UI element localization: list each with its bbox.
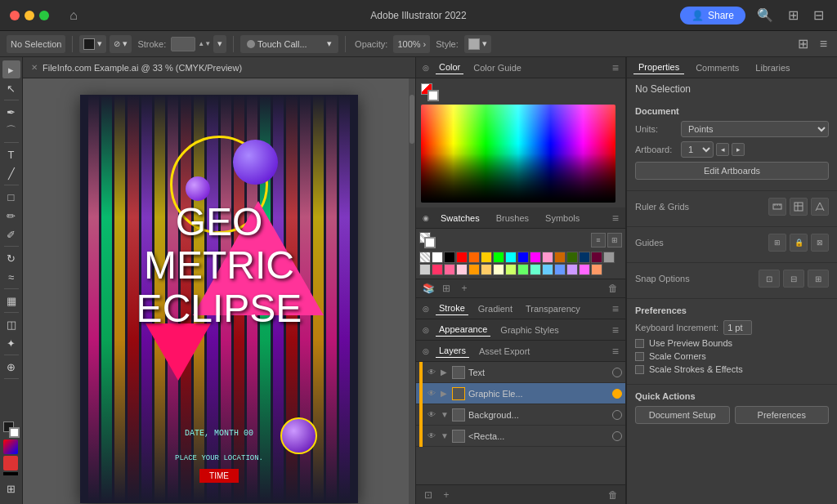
swatch-cell[interactable] (517, 252, 529, 263)
swatch-cell[interactable] (419, 264, 431, 275)
style-selector[interactable]: ▾ (464, 35, 491, 53)
swatch-delete-icon[interactable]: 🗑 (606, 281, 620, 296)
tab-stroke[interactable]: Stroke (436, 301, 468, 315)
layer-visibility-icon[interactable]: 👁 (426, 409, 437, 421)
artboards-icon[interactable]: ⊞ (2, 479, 20, 497)
swatch-cell[interactable] (493, 252, 504, 263)
tab-transparency[interactable]: Transparency (522, 302, 584, 315)
bar-graph-tool[interactable]: ▦ (2, 292, 20, 310)
swatches-panel-menu-icon[interactable]: ≡ (612, 212, 619, 225)
canvas-close-icon[interactable]: ✕ (31, 63, 38, 72)
layer-visibility-icon[interactable]: 👁 (426, 367, 437, 378)
swatch-cell[interactable] (542, 252, 553, 263)
swatch-cell[interactable] (456, 264, 468, 275)
window-controls-button[interactable]: ⊟ (810, 6, 827, 25)
layer-target-circle[interactable] (612, 368, 622, 377)
layer-expand-icon[interactable]: ▼ (441, 410, 449, 419)
preferences-button[interactable]: Preferences (735, 406, 830, 424)
tab-symbols[interactable]: Symbols (540, 212, 584, 225)
layer-row[interactable]: 👁▼Backgroud... (416, 404, 625, 426)
swatch-cell[interactable] (603, 252, 615, 263)
pencil-tool[interactable]: ✐ (2, 225, 20, 243)
keyboard-increment-input[interactable] (723, 320, 752, 335)
gradient-indicator[interactable] (3, 439, 18, 454)
tab-asset-export[interactable]: Asset Export (476, 345, 533, 358)
stroke-input[interactable] (171, 37, 195, 51)
tab-color-guide[interactable]: Color Guide (470, 61, 525, 74)
color-panel-menu-icon[interactable]: ≡ (612, 61, 619, 74)
canvas-scrollbar-vertical[interactable] (409, 78, 415, 504)
tab-brushes[interactable]: Brushes (491, 212, 534, 225)
red-color-indicator[interactable] (3, 456, 18, 471)
none-indicator[interactable] (3, 472, 18, 475)
snap-to-grid-button[interactable]: ⊟ (783, 270, 804, 288)
layer-expand-icon[interactable]: ▶ (441, 389, 449, 398)
stroke-indicator[interactable] (9, 427, 20, 438)
appearance-panel-menu-icon[interactable]: ≡ (612, 323, 619, 337)
swatch-cell[interactable] (591, 264, 602, 275)
maximize-button[interactable] (39, 11, 49, 20)
gradient-tool[interactable]: ◫ (2, 315, 20, 333)
swatch-cell[interactable] (493, 264, 504, 275)
layers-delete-icon[interactable]: 🗑 (606, 488, 620, 502)
tab-gradient[interactable]: Gradient (475, 302, 516, 315)
tab-appearance[interactable]: Appearance (436, 323, 490, 337)
align-icon[interactable]: ≡ (817, 34, 830, 53)
opacity-control[interactable]: 100% › (393, 35, 430, 53)
minimize-button[interactable] (25, 11, 34, 20)
snap-to-point-button[interactable]: ⊡ (759, 270, 780, 288)
rotate-tool[interactable]: ↻ (2, 249, 20, 267)
zoom-tool[interactable]: ⊕ (2, 358, 20, 376)
swatch-cell[interactable] (468, 252, 480, 263)
swatch-cell[interactable] (530, 252, 541, 263)
swatch-cell[interactable] (554, 252, 566, 263)
grid-icon-button[interactable] (790, 198, 808, 216)
swatch-cell[interactable] (542, 264, 553, 275)
swatch-cell[interactable] (456, 252, 468, 263)
show-guides-button[interactable]: ⊞ (768, 234, 786, 252)
rect-tool[interactable]: □ (2, 188, 20, 206)
stroke-options-selector[interactable]: ▾ (213, 35, 226, 53)
swatch-cell[interactable] (566, 252, 578, 263)
swatch-cell[interactable] (432, 264, 443, 275)
layer-visibility-icon[interactable]: 👁 (426, 430, 437, 442)
tab-swatches[interactable]: Swatches (436, 212, 485, 225)
tab-graphic-styles[interactable]: Graphic Styles (497, 323, 562, 337)
scale-strokes-checkbox[interactable] (635, 365, 644, 374)
search-button[interactable]: 🔍 (754, 6, 777, 25)
color-spectrum[interactable] (421, 105, 615, 203)
layers-new-layer-icon[interactable]: + (439, 488, 454, 502)
select-tool[interactable]: ▸ (2, 60, 20, 78)
swatch-cell[interactable] (554, 264, 566, 275)
swatch-cell[interactable] (481, 252, 492, 263)
layers-panel-menu-icon[interactable]: ≡ (612, 345, 619, 358)
canvas-scrollbar-thumb[interactable] (410, 95, 414, 144)
layer-expand-icon[interactable]: ▼ (441, 431, 449, 440)
stroke-mode-selector[interactable]: ⊘ ▾ (110, 35, 132, 53)
swatch-cell[interactable] (468, 264, 480, 275)
swatch-cell[interactable] (481, 264, 492, 275)
perspective-grid-button[interactable] (811, 198, 829, 216)
layer-target-circle[interactable] (612, 431, 622, 441)
swatch-cell[interactable] (444, 264, 455, 275)
document-setup-button[interactable]: Document Setup (635, 406, 730, 424)
layers-make-clip-icon[interactable]: ⊡ (421, 488, 436, 502)
arrange-icon[interactable]: ⊞ (794, 34, 812, 53)
pen-tool[interactable]: ✒ (2, 103, 20, 121)
close-button[interactable] (10, 11, 20, 20)
swatch-new-icon[interactable]: + (457, 281, 472, 296)
artboard-prev-button[interactable]: ◂ (716, 143, 729, 156)
layer-target-circle[interactable] (612, 410, 622, 420)
swatch-cell[interactable] (530, 264, 541, 275)
swatch-cell[interactable] (444, 252, 455, 263)
tab-properties[interactable]: Properties (633, 60, 684, 74)
swatch-cell[interactable] (566, 264, 578, 275)
swatch-libraries-icon[interactable]: 📚 (421, 281, 436, 296)
canvas-content[interactable]: GEOMETRICECLIPSE DATE, MONTH 00 PLACE YO… (23, 78, 415, 504)
swatch-cell[interactable] (579, 252, 590, 263)
curvature-tool[interactable]: ⌒ (2, 122, 20, 140)
paintbrush-tool[interactable]: ✏ (2, 207, 20, 225)
layer-row[interactable]: 👁▶Graphic Ele... (416, 383, 625, 404)
snap-to-pixel-button[interactable]: ⊞ (808, 270, 829, 288)
swatch-cell[interactable] (591, 252, 602, 263)
